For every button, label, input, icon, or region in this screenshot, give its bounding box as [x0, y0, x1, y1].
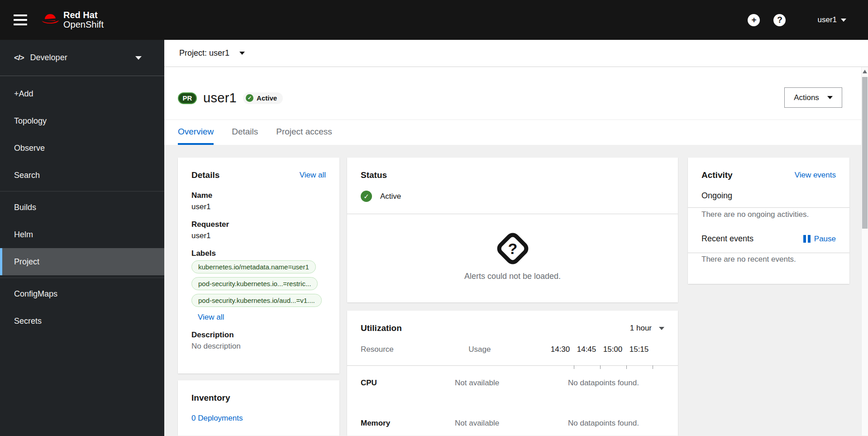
- sidebar-item-secrets[interactable]: Secrets: [0, 307, 164, 335]
- check-circle-icon: ✓: [361, 191, 372, 202]
- utilization-row-memory: Memory Not available No datapoints found…: [361, 419, 664, 428]
- inventory-card: Inventory 0 Deployments: [178, 380, 339, 436]
- sidebar-item-add[interactable]: +Add: [0, 80, 164, 107]
- name-value: user1: [191, 202, 326, 211]
- masthead: Red Hat OpenShift + ? user1: [0, 0, 868, 40]
- redhat-hat-icon: [41, 12, 60, 28]
- activity-card: Activity View events Ongoing There are n…: [688, 158, 849, 284]
- description-label: Description: [191, 331, 326, 340]
- label-chip[interactable]: pod-security.kubernetes.io...=restric...: [191, 277, 318, 290]
- requester-value: user1: [191, 231, 326, 240]
- user-menu-label: user1: [817, 15, 837, 24]
- check-circle-icon: ✓: [246, 94, 253, 102]
- deployments-link[interactable]: 0 Deployments: [191, 414, 243, 423]
- pause-button-label: Pause: [814, 235, 836, 244]
- status-card: Status ✓ Active ? Alerts could not be lo…: [347, 158, 678, 302]
- perspective-switcher[interactable]: </> Developer: [0, 40, 164, 76]
- sidebar-item-project[interactable]: Project: [0, 248, 164, 275]
- divider: [688, 207, 849, 208]
- description-value: No description: [191, 342, 326, 351]
- col-resource-header: Resource: [361, 345, 448, 354]
- scroll-up-arrow-icon[interactable]: [863, 70, 867, 73]
- datapoints-value: No datapoints found.: [560, 379, 664, 388]
- alerts-message: Alerts could not be loaded.: [464, 272, 561, 281]
- sidebar-item-observe[interactable]: Observe: [0, 134, 164, 162]
- details-card-title: Details: [191, 170, 219, 180]
- project-selector[interactable]: Project: user1: [164, 40, 868, 67]
- chevron-down-icon: [841, 19, 846, 22]
- sidebar-divider: [0, 191, 164, 192]
- tab-overview[interactable]: Overview: [178, 120, 214, 145]
- tab-bar: Overview Details Project access: [164, 120, 861, 145]
- name-label: Name: [191, 191, 326, 200]
- sidebar-item-helm[interactable]: Helm: [0, 221, 164, 248]
- pause-events-button[interactable]: Pause: [803, 235, 836, 244]
- nav-toggle-hamburger-icon[interactable]: [14, 14, 27, 25]
- chevron-down-icon: [827, 96, 833, 99]
- time-tick-label: 14:45: [573, 345, 600, 354]
- utilization-row-cpu: CPU Not available No datapoints found.: [361, 379, 664, 388]
- resource-name: CPU: [361, 379, 455, 388]
- project-resource-badge: PR: [178, 92, 197, 104]
- time-tick-label: 15:15: [626, 345, 652, 354]
- brand-line1: Red Hat: [63, 10, 104, 20]
- ongoing-label: Ongoing: [701, 191, 836, 201]
- page-title: user1: [203, 91, 237, 105]
- divider: [688, 253, 849, 253]
- utilization-card: Utilization 1 hour Resource Usage 14:30 …: [347, 311, 678, 436]
- time-tick-label: 14:30: [547, 345, 573, 354]
- sidebar-divider: [0, 278, 164, 278]
- actions-button-label: Actions: [794, 93, 819, 102]
- details-view-all-link[interactable]: View all: [300, 171, 326, 180]
- page-header: PR user1 ✓ Active Actions: [164, 67, 861, 120]
- redhat-openshift-logo: Red Hat OpenShift: [41, 10, 104, 29]
- labels-view-all-link[interactable]: View all: [198, 313, 224, 322]
- col-usage-header: Usage: [448, 345, 547, 354]
- datapoints-value: No datapoints found.: [560, 419, 664, 428]
- duration-select[interactable]: 1 hour: [630, 324, 664, 333]
- status-value: Active: [380, 192, 401, 201]
- sidebar-nav: </> Developer +Add Topology Observe Sear…: [0, 40, 164, 436]
- view-events-link[interactable]: View events: [795, 171, 836, 180]
- unknown-status-icon: ?: [494, 230, 531, 267]
- alerts-zone: ? Alerts could not be loaded.: [347, 214, 678, 302]
- sidebar-item-configmaps[interactable]: ConfigMaps: [0, 280, 164, 307]
- chevron-down-icon: [135, 56, 142, 60]
- requester-label: Requester: [191, 220, 326, 229]
- code-icon: </>: [14, 53, 24, 62]
- label-chip[interactable]: kubernetes.io/metadata.name=user1: [191, 260, 316, 273]
- resource-name: Memory: [361, 419, 455, 428]
- labels-label: Labels: [191, 249, 326, 258]
- recent-events-label: Recent events: [701, 234, 754, 244]
- main-content: Project: user1 PR user1 ✓ Active Actions…: [164, 40, 868, 436]
- status-badge-label: Active: [257, 94, 277, 102]
- chevron-down-icon: [659, 327, 664, 330]
- scrollbar-thumb[interactable]: [862, 77, 868, 229]
- perspective-label: Developer: [30, 53, 67, 62]
- actions-button[interactable]: Actions: [784, 87, 842, 108]
- recent-empty-text: There are no recent events.: [701, 255, 836, 264]
- sidebar-item-topology[interactable]: Topology: [0, 107, 164, 134]
- inventory-card-title: Inventory: [191, 393, 230, 403]
- ongoing-empty-text: There are no ongoing activities.: [701, 210, 836, 219]
- label-chip[interactable]: pod-security.kubernetes.io/aud...=v1....: [191, 294, 322, 307]
- time-tick-label: 15:00: [600, 345, 626, 354]
- user-menu[interactable]: user1: [817, 15, 846, 24]
- label-chip-list: kubernetes.io/metadata.name=user1 pod-se…: [191, 260, 326, 307]
- tab-details[interactable]: Details: [232, 120, 258, 145]
- tab-project-access[interactable]: Project access: [276, 120, 332, 145]
- scroll-region: PR user1 ✓ Active Actions Overview Detai…: [164, 67, 868, 436]
- pause-icon: [803, 235, 811, 243]
- chevron-down-icon: [239, 52, 245, 55]
- duration-select-label: 1 hour: [630, 324, 652, 333]
- project-selector-label: Project: user1: [179, 48, 229, 58]
- help-circle-icon[interactable]: ?: [773, 14, 786, 26]
- utilization-card-title: Utilization: [361, 323, 402, 333]
- sidebar-item-builds[interactable]: Builds: [0, 194, 164, 221]
- sidebar-item-search[interactable]: Search: [0, 162, 164, 189]
- usage-value: Not available: [455, 379, 560, 388]
- status-card-title: Status: [361, 170, 387, 180]
- add-circle-icon[interactable]: +: [748, 14, 760, 26]
- details-card: Details View all Name user1 Requester us…: [178, 158, 339, 374]
- vertical-scrollbar[interactable]: [861, 67, 868, 436]
